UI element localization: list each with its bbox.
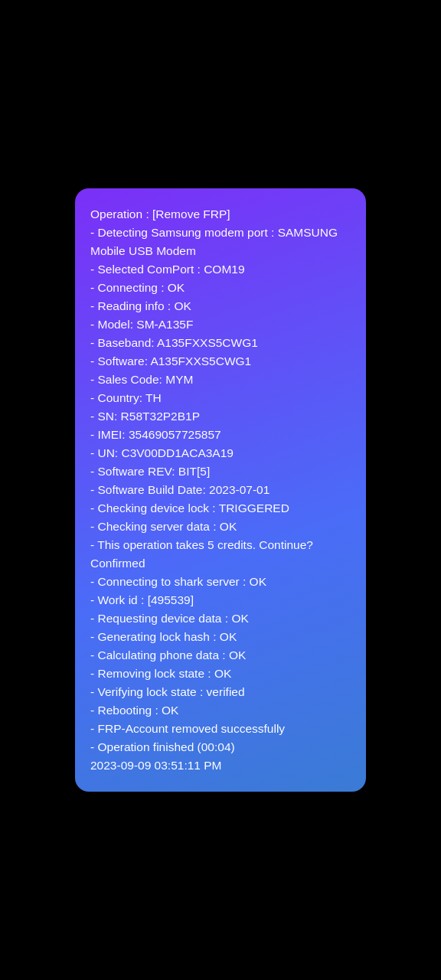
log-line-20: - Requesting device data : OK: [90, 609, 351, 628]
log-line-2: - Selected ComPort : COM19: [90, 260, 351, 279]
log-line-24: - Verifying lock state : verified: [90, 683, 351, 701]
log-line-12: - UN: C3V00DD1ACA3A19: [90, 444, 351, 462]
log-line-22: - Calculating phone data : OK: [90, 646, 351, 665]
log-line-3: - Connecting : OK: [90, 279, 351, 297]
log-line-10: - SN: R58T32P2B1P: [90, 407, 351, 426]
log-line-1: - Detecting Samsung modem port : SAMSUNG…: [90, 224, 351, 260]
log-line-0: Operation : [Remove FRP]: [90, 205, 351, 224]
log-line-14: - Software Build Date: 2023-07-01: [90, 481, 351, 499]
log-line-18: - Connecting to shark server : OK: [90, 573, 351, 591]
log-line-17: - This operation takes 5 credits. Contin…: [90, 536, 351, 573]
log-line-5: - Model: SM-A135F: [90, 315, 351, 334]
log-line-13: - Software REV: BIT[5]: [90, 462, 351, 481]
log-line-9: - Country: TH: [90, 389, 351, 407]
log-line-28: 2023-09-09 03:51:11 PM: [90, 756, 351, 775]
log-output-panel: Operation : [Remove FRP]- Detecting Sams…: [75, 188, 366, 792]
log-line-19: - Work id : [495539]: [90, 591, 351, 609]
log-line-15: - Checking device lock : TRIGGERED: [90, 499, 351, 518]
log-line-4: - Reading info : OK: [90, 297, 351, 315]
log-line-25: - Rebooting : OK: [90, 701, 351, 720]
log-line-16: - Checking server data : OK: [90, 518, 351, 536]
log-line-6: - Baseband: A135FXXS5CWG1: [90, 334, 351, 352]
log-line-7: - Software: A135FXXS5CWG1: [90, 352, 351, 371]
log-line-27: - Operation finished (00:04): [90, 738, 351, 756]
log-line-23: - Removing lock state : OK: [90, 665, 351, 683]
log-line-21: - Generating lock hash : OK: [90, 628, 351, 646]
log-line-26: - FRP-Account removed successfully: [90, 720, 351, 738]
log-line-11: - IMEI: 35469057725857: [90, 426, 351, 444]
log-line-8: - Sales Code: MYM: [90, 371, 351, 389]
